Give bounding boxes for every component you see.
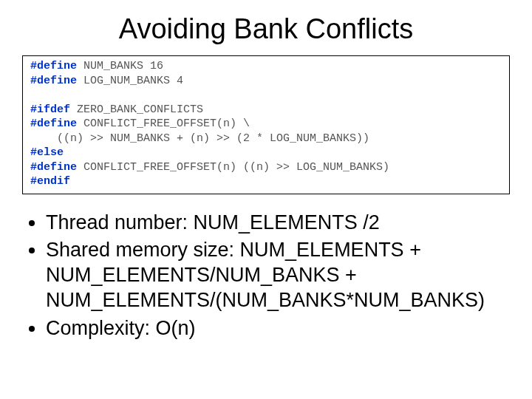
bullet-list: Thread number: NUM_ELEMENTS /2 Shared me… — [22, 211, 510, 341]
keyword: #define — [30, 60, 77, 72]
keyword: #define — [30, 117, 77, 130]
code-text: CONFLICT_FREE_OFFSET(n) ((n) >> LOG_NUM_… — [77, 161, 389, 174]
keyword: #define — [30, 161, 77, 174]
slide: Avoiding Bank Conflicts #define NUM_BANK… — [0, 0, 532, 358]
code-text: LOG_NUM_BANKS 4 — [77, 75, 183, 87]
code-text: ZERO_BANK_CONFLICTS — [70, 103, 203, 116]
bullet-item: Thread number: NUM_ELEMENTS /2 — [46, 211, 510, 236]
keyword: #else — [30, 146, 64, 159]
code-block: #define NUM_BANKS 16 #define LOG_NUM_BAN… — [22, 55, 510, 194]
keyword: #endif — [30, 175, 70, 188]
slide-title: Avoiding Bank Conflicts — [22, 13, 510, 45]
code-text: ((n) >> NUM_BANKS + (n) >> (2 * LOG_NUM_… — [30, 132, 369, 145]
bullet-item: Shared memory size: NUM_ELEMENTS + NUM_E… — [46, 238, 510, 313]
code-text: NUM_BANKS 16 — [77, 60, 163, 72]
code-text: CONFLICT_FREE_OFFSET(n) \ — [77, 117, 250, 130]
keyword: #define — [30, 75, 77, 87]
keyword: #ifdef — [30, 103, 70, 116]
bullet-item: Complexity: O(n) — [46, 316, 510, 341]
